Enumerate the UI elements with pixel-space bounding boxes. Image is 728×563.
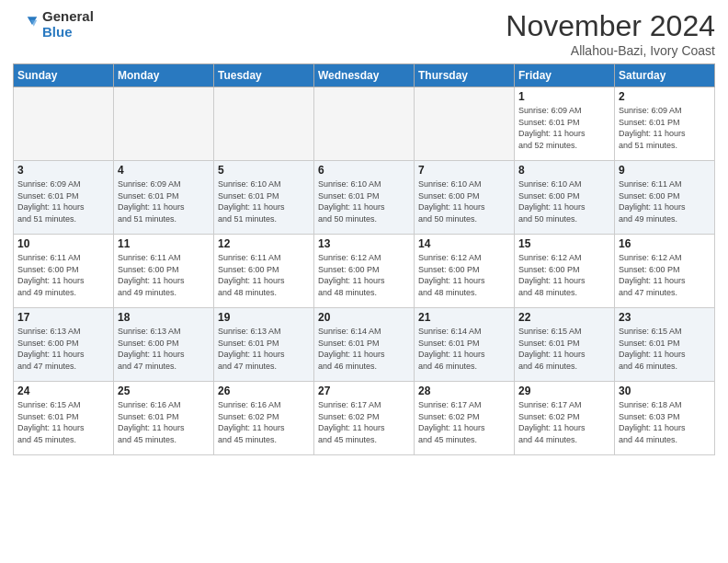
calendar-cell: 14Sunrise: 6:12 AM Sunset: 6:00 PM Dayli… [415, 235, 515, 308]
calendar-week-row: 17Sunrise: 6:13 AM Sunset: 6:00 PM Dayli… [14, 308, 715, 382]
calendar-cell: 9Sunrise: 6:11 AM Sunset: 6:00 PM Daylig… [615, 161, 715, 235]
calendar-cell: 22Sunrise: 6:15 AM Sunset: 6:01 PM Dayli… [515, 308, 615, 382]
weekday-header-friday: Friday [515, 64, 615, 87]
calendar-cell: 10Sunrise: 6:11 AM Sunset: 6:00 PM Dayli… [14, 235, 114, 308]
calendar-cell: 29Sunrise: 6:17 AM Sunset: 6:02 PM Dayli… [515, 382, 615, 455]
calendar-cell: 23Sunrise: 6:15 AM Sunset: 6:01 PM Dayli… [615, 308, 715, 382]
calendar-cell: 24Sunrise: 6:15 AM Sunset: 6:01 PM Dayli… [14, 382, 114, 455]
calendar-cell: 12Sunrise: 6:11 AM Sunset: 6:00 PM Dayli… [214, 235, 314, 308]
day-info: Sunrise: 6:12 AM Sunset: 6:00 PM Dayligh… [619, 252, 711, 298]
weekday-header-thursday: Thursday [415, 64, 515, 87]
weekday-header-sunday: Sunday [14, 64, 114, 87]
day-number: 23 [619, 311, 711, 324]
calendar-cell: 6Sunrise: 6:10 AM Sunset: 6:01 PM Daylig… [314, 161, 415, 235]
day-info: Sunrise: 6:16 AM Sunset: 6:01 PM Dayligh… [118, 399, 210, 445]
day-info: Sunrise: 6:11 AM Sunset: 6:00 PM Dayligh… [118, 252, 210, 298]
calendar-week-row: 1Sunrise: 6:09 AM Sunset: 6:01 PM Daylig… [14, 87, 715, 161]
day-number: 1 [518, 90, 610, 103]
day-info: Sunrise: 6:13 AM Sunset: 6:00 PM Dayligh… [118, 326, 210, 372]
day-number: 3 [17, 164, 109, 177]
weekday-header-wednesday: Wednesday [314, 64, 415, 87]
day-info: Sunrise: 6:17 AM Sunset: 6:02 PM Dayligh… [318, 399, 410, 445]
day-number: 13 [318, 237, 410, 250]
day-info: Sunrise: 6:12 AM Sunset: 6:00 PM Dayligh… [318, 252, 410, 298]
day-info: Sunrise: 6:18 AM Sunset: 6:03 PM Dayligh… [619, 399, 711, 445]
calendar-table: SundayMondayTuesdayWednesdayThursdayFrid… [13, 63, 715, 455]
month-title: November 2024 [506, 9, 715, 43]
day-info: Sunrise: 6:10 AM Sunset: 6:00 PM Dayligh… [418, 178, 510, 224]
calendar-cell [214, 87, 314, 161]
day-number: 9 [619, 164, 711, 177]
calendar-cell: 15Sunrise: 6:12 AM Sunset: 6:00 PM Dayli… [515, 235, 615, 308]
day-number: 29 [518, 385, 610, 397]
day-info: Sunrise: 6:09 AM Sunset: 6:01 PM Dayligh… [619, 105, 711, 151]
calendar-cell: 4Sunrise: 6:09 AM Sunset: 6:01 PM Daylig… [114, 161, 214, 235]
day-info: Sunrise: 6:10 AM Sunset: 6:01 PM Dayligh… [318, 178, 410, 224]
calendar-cell: 30Sunrise: 6:18 AM Sunset: 6:03 PM Dayli… [615, 382, 715, 455]
calendar-cell: 3Sunrise: 6:09 AM Sunset: 6:01 PM Daylig… [14, 161, 114, 235]
calendar-header-row: SundayMondayTuesdayWednesdayThursdayFrid… [14, 64, 715, 87]
day-number: 14 [418, 237, 510, 250]
day-number: 21 [418, 311, 510, 324]
day-number: 16 [619, 237, 711, 250]
calendar-cell: 21Sunrise: 6:14 AM Sunset: 6:01 PM Dayli… [415, 308, 515, 382]
calendar-cell [114, 87, 214, 161]
calendar-cell: 17Sunrise: 6:13 AM Sunset: 6:00 PM Dayli… [14, 308, 114, 382]
day-info: Sunrise: 6:09 AM Sunset: 6:01 PM Dayligh… [518, 105, 610, 151]
day-number: 26 [218, 385, 310, 397]
day-info: Sunrise: 6:11 AM Sunset: 6:00 PM Dayligh… [218, 252, 310, 298]
calendar-week-row: 10Sunrise: 6:11 AM Sunset: 6:00 PM Dayli… [14, 235, 715, 308]
logo-icon [13, 12, 39, 38]
day-info: Sunrise: 6:14 AM Sunset: 6:01 PM Dayligh… [318, 326, 410, 372]
day-number: 25 [118, 385, 210, 397]
day-info: Sunrise: 6:11 AM Sunset: 6:00 PM Dayligh… [17, 252, 109, 298]
day-number: 18 [118, 311, 210, 324]
day-number: 6 [318, 164, 410, 177]
calendar-week-row: 3Sunrise: 6:09 AM Sunset: 6:01 PM Daylig… [14, 161, 715, 235]
day-info: Sunrise: 6:09 AM Sunset: 6:01 PM Dayligh… [118, 178, 210, 224]
day-number: 19 [218, 311, 310, 324]
day-number: 2 [619, 90, 711, 103]
logo: General Blue [13, 9, 94, 40]
day-number: 11 [118, 237, 210, 250]
day-number: 10 [17, 237, 109, 250]
day-number: 20 [318, 311, 410, 324]
calendar-cell: 27Sunrise: 6:17 AM Sunset: 6:02 PM Dayli… [314, 382, 415, 455]
day-info: Sunrise: 6:17 AM Sunset: 6:02 PM Dayligh… [518, 399, 610, 445]
calendar-cell: 2Sunrise: 6:09 AM Sunset: 6:01 PM Daylig… [615, 87, 715, 161]
day-number: 27 [318, 385, 410, 397]
day-number: 22 [518, 311, 610, 324]
page-container: General Blue November 2024 Allahou-Bazi,… [0, 0, 728, 461]
day-number: 8 [518, 164, 610, 177]
day-info: Sunrise: 6:10 AM Sunset: 6:00 PM Dayligh… [518, 178, 610, 224]
logo-line1: General [42, 9, 94, 25]
calendar-cell: 26Sunrise: 6:16 AM Sunset: 6:02 PM Dayli… [214, 382, 314, 455]
calendar-cell: 1Sunrise: 6:09 AM Sunset: 6:01 PM Daylig… [515, 87, 615, 161]
weekday-header-monday: Monday [114, 64, 214, 87]
calendar-cell: 16Sunrise: 6:12 AM Sunset: 6:00 PM Dayli… [615, 235, 715, 308]
weekday-header-saturday: Saturday [615, 64, 715, 87]
day-info: Sunrise: 6:10 AM Sunset: 6:01 PM Dayligh… [218, 178, 310, 224]
weekday-header-tuesday: Tuesday [214, 64, 314, 87]
page-header: General Blue November 2024 Allahou-Bazi,… [13, 9, 715, 58]
calendar-cell: 13Sunrise: 6:12 AM Sunset: 6:00 PM Dayli… [314, 235, 415, 308]
title-area: November 2024 Allahou-Bazi, Ivory Coast [506, 9, 715, 58]
day-info: Sunrise: 6:13 AM Sunset: 6:00 PM Dayligh… [17, 326, 109, 372]
calendar-cell [415, 87, 515, 161]
day-info: Sunrise: 6:14 AM Sunset: 6:01 PM Dayligh… [418, 326, 510, 372]
calendar-cell [314, 87, 415, 161]
calendar-body: 1Sunrise: 6:09 AM Sunset: 6:01 PM Daylig… [14, 87, 715, 455]
calendar-cell: 28Sunrise: 6:17 AM Sunset: 6:02 PM Dayli… [415, 382, 515, 455]
calendar-cell: 11Sunrise: 6:11 AM Sunset: 6:00 PM Dayli… [114, 235, 214, 308]
calendar-week-row: 24Sunrise: 6:15 AM Sunset: 6:01 PM Dayli… [14, 382, 715, 455]
day-info: Sunrise: 6:13 AM Sunset: 6:01 PM Dayligh… [218, 326, 310, 372]
day-number: 30 [619, 385, 711, 397]
calendar-cell [14, 87, 114, 161]
day-info: Sunrise: 6:15 AM Sunset: 6:01 PM Dayligh… [518, 326, 610, 372]
day-number: 12 [218, 237, 310, 250]
day-number: 5 [218, 164, 310, 177]
calendar-cell: 8Sunrise: 6:10 AM Sunset: 6:00 PM Daylig… [515, 161, 615, 235]
calendar-cell: 19Sunrise: 6:13 AM Sunset: 6:01 PM Dayli… [214, 308, 314, 382]
day-number: 7 [418, 164, 510, 177]
day-info: Sunrise: 6:16 AM Sunset: 6:02 PM Dayligh… [218, 399, 310, 445]
